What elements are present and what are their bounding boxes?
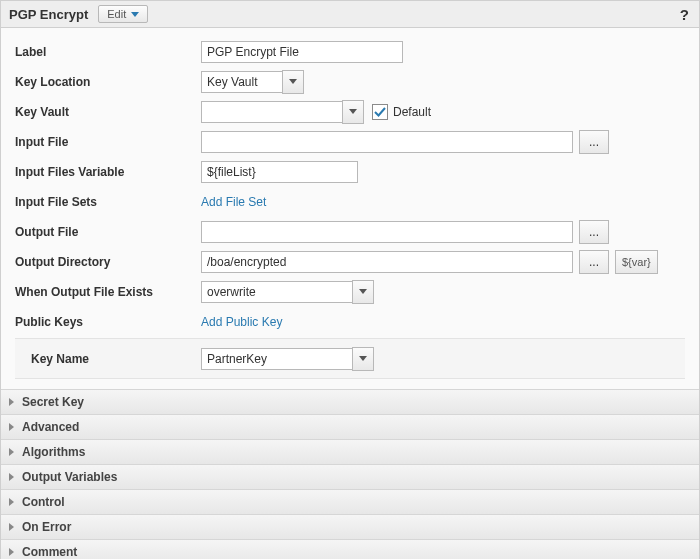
public-key-entry: Key Name — [15, 338, 685, 379]
when-output-file-exists-select[interactable] — [201, 281, 353, 303]
output-directory-label: Output Directory — [15, 255, 201, 269]
key-name-label: Key Name — [31, 352, 201, 366]
add-public-key-link[interactable]: Add Public Key — [201, 315, 282, 329]
chevron-right-icon — [9, 398, 14, 406]
edit-button-label: Edit — [107, 8, 126, 20]
output-directory-var-button[interactable]: ${var} — [615, 250, 658, 274]
key-name-select[interactable] — [201, 348, 353, 370]
accordion-item-comment[interactable]: Comment — [1, 540, 699, 559]
accordion-item-advanced[interactable]: Advanced — [1, 415, 699, 440]
accordion-label: On Error — [22, 520, 71, 534]
when-output-file-exists-label: When Output File Exists — [15, 285, 201, 299]
panel-header: PGP Encrypt Edit ? — [1, 1, 699, 28]
output-directory-browse-button[interactable]: ... — [579, 250, 609, 274]
output-file-browse-button[interactable]: ... — [579, 220, 609, 244]
accordion-label: Advanced — [22, 420, 79, 434]
chevron-right-icon — [9, 498, 14, 506]
chevron-right-icon — [9, 423, 14, 431]
key-location-label: Key Location — [15, 75, 201, 89]
accordion-label: Output Variables — [22, 470, 117, 484]
input-file-label: Input File — [15, 135, 201, 149]
chevron-down-icon — [359, 356, 367, 361]
accordion-item-on-error[interactable]: On Error — [1, 515, 699, 540]
key-vault-dropdown[interactable] — [342, 100, 364, 124]
panel-body: Label Key Location Key Vault Default Inp… — [1, 28, 699, 389]
when-output-file-exists-dropdown[interactable] — [352, 280, 374, 304]
chevron-down-icon — [349, 109, 357, 114]
input-file-input[interactable] — [201, 131, 573, 153]
accordion: Secret Key Advanced Algorithms Output Va… — [1, 389, 699, 559]
input-file-browse-button[interactable]: ... — [579, 130, 609, 154]
label-input[interactable] — [201, 41, 403, 63]
output-file-input[interactable] — [201, 221, 573, 243]
label-label: Label — [15, 45, 201, 59]
input-files-variable-label: Input Files Variable — [15, 165, 201, 179]
output-file-label: Output File — [15, 225, 201, 239]
chevron-right-icon — [9, 523, 14, 531]
chevron-right-icon — [9, 448, 14, 456]
input-file-sets-label: Input File Sets — [15, 195, 201, 209]
chevron-down-icon — [359, 289, 367, 294]
accordion-item-control[interactable]: Control — [1, 490, 699, 515]
accordion-label: Algorithms — [22, 445, 85, 459]
chevron-right-icon — [9, 548, 14, 556]
accordion-label: Comment — [22, 545, 77, 559]
chevron-down-icon — [131, 12, 139, 17]
key-location-select[interactable] — [201, 71, 283, 93]
default-checkbox[interactable] — [372, 104, 388, 120]
chevron-right-icon — [9, 473, 14, 481]
chevron-down-icon — [289, 79, 297, 84]
accordion-label: Control — [22, 495, 65, 509]
accordion-label: Secret Key — [22, 395, 84, 409]
output-directory-input[interactable] — [201, 251, 573, 273]
accordion-item-algorithms[interactable]: Algorithms — [1, 440, 699, 465]
accordion-item-output-variables[interactable]: Output Variables — [1, 465, 699, 490]
key-location-dropdown[interactable] — [282, 70, 304, 94]
accordion-item-secret-key[interactable]: Secret Key — [1, 390, 699, 415]
help-icon[interactable]: ? — [680, 6, 689, 23]
default-checkbox-label: Default — [393, 105, 431, 119]
panel-title: PGP Encrypt — [9, 7, 88, 22]
key-vault-select[interactable] — [201, 101, 343, 123]
pgp-encrypt-panel: PGP Encrypt Edit ? Label Key Location Ke… — [0, 0, 700, 559]
edit-button[interactable]: Edit — [98, 5, 148, 23]
public-keys-label: Public Keys — [15, 315, 201, 329]
add-file-set-link[interactable]: Add File Set — [201, 195, 266, 209]
key-vault-label: Key Vault — [15, 105, 201, 119]
key-name-dropdown[interactable] — [352, 347, 374, 371]
input-files-variable-input[interactable] — [201, 161, 358, 183]
